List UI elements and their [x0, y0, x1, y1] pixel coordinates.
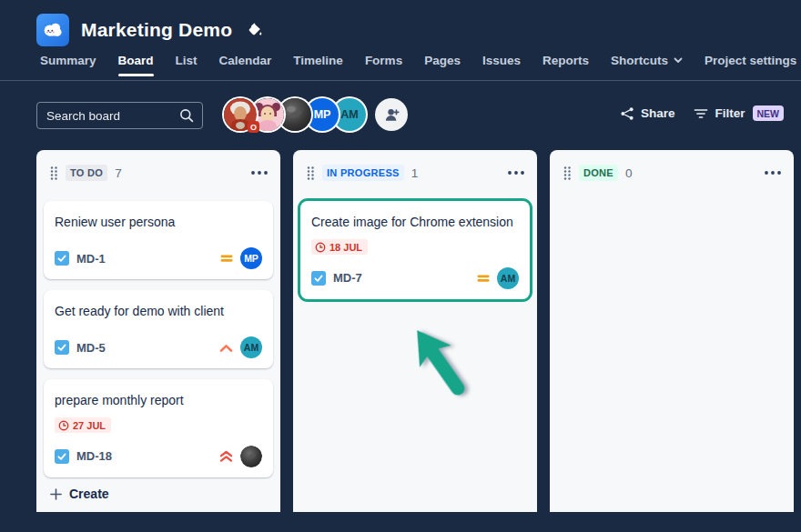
- filter-button[interactable]: Filter NEW: [694, 105, 784, 121]
- card-md-1[interactable]: Reniew user persona MD-1 MP: [44, 201, 273, 279]
- filter-icon: [694, 107, 708, 120]
- issue-key: MD-1: [76, 252, 106, 266]
- column-menu-button[interactable]: [763, 167, 783, 178]
- drag-handle-icon[interactable]: [563, 166, 572, 181]
- jira-board-app: Marketing Demo Summary Board List Calend…: [0, 0, 801, 532]
- card-title: Reniew user persona: [55, 213, 262, 231]
- column-done: DONE 0: [550, 150, 794, 512]
- due-date-badge: 27 JUL: [55, 417, 111, 433]
- search-input[interactable]: [37, 109, 179, 123]
- search-icon: [179, 108, 194, 123]
- issue-key: MD-7: [333, 271, 362, 285]
- assignee-avatar-am[interactable]: AM: [240, 336, 262, 358]
- column-menu-button[interactable]: [506, 167, 526, 178]
- tab-pages[interactable]: Pages: [424, 54, 461, 76]
- tabs-divider: [0, 80, 801, 81]
- assignee-avatar-mp[interactable]: MP: [240, 247, 262, 269]
- card-md-18[interactable]: prepare monthly report 27 JUL MD-18: [44, 379, 273, 477]
- task-checkbox-icon: [311, 271, 326, 286]
- cloud-smile-icon: [41, 18, 65, 42]
- tab-board[interactable]: Board: [118, 54, 154, 76]
- tab-reports[interactable]: Reports: [542, 54, 589, 76]
- column-name-badge: IN PROGRESS: [322, 165, 404, 181]
- more-menu-icon: [765, 171, 781, 175]
- column-name-badge: TO DO: [66, 165, 107, 181]
- tab-project-settings[interactable]: Project settings: [705, 54, 796, 76]
- card-title: prepare monthly report: [55, 391, 262, 409]
- column-count: 0: [625, 166, 633, 180]
- column-menu-button[interactable]: [249, 167, 269, 178]
- add-people-button[interactable]: [375, 98, 408, 131]
- more-menu-icon: [508, 171, 524, 175]
- tab-timeline[interactable]: Timeline: [293, 54, 343, 76]
- create-issue-button[interactable]: Create: [36, 479, 280, 512]
- priority-highest-icon: [219, 450, 233, 463]
- share-icon: [620, 106, 634, 121]
- clock-icon: [315, 242, 326, 253]
- column-in-progress-header: IN PROGRESS 1: [293, 150, 537, 192]
- tab-summary[interactable]: Summary: [40, 54, 96, 76]
- plus-icon: [50, 488, 62, 500]
- search-board-field: [36, 102, 203, 129]
- tab-shortcuts[interactable]: Shortcuts: [611, 54, 683, 76]
- column-todo-cards: Reniew user persona MD-1 MP Get ready fo…: [36, 192, 280, 477]
- priority-medium-icon: [477, 273, 490, 284]
- task-checkbox-icon: [55, 449, 69, 464]
- status-badge-o: O: [248, 121, 259, 133]
- card-title: Create image for Chrome extension: [311, 213, 519, 231]
- column-todo-header: TO DO 7: [36, 150, 280, 192]
- tab-calendar[interactable]: Calendar: [219, 54, 272, 76]
- due-date-badge: 18 JUL: [311, 239, 368, 255]
- avatar-user-1[interactable]: O: [224, 98, 257, 131]
- add-person-icon: [383, 106, 400, 124]
- issue-key: MD-5: [76, 341, 106, 355]
- card-md-7-highlighted[interactable]: Create image for Chrome extension 18 JUL…: [300, 201, 530, 299]
- tab-list[interactable]: List: [176, 54, 198, 76]
- tab-forms[interactable]: Forms: [365, 54, 402, 76]
- task-checkbox-icon: [55, 340, 69, 355]
- card-md-5[interactable]: Get ready for demo with client MD-5 AM: [44, 290, 273, 368]
- board-actions: Share Filter NEW: [620, 105, 784, 121]
- priority-high-icon: [219, 343, 233, 353]
- avatar-group: O: [224, 98, 408, 131]
- task-checkbox-icon: [55, 251, 69, 266]
- share-button[interactable]: Share: [620, 106, 675, 121]
- column-in-progress: IN PROGRESS 1 Create image for Chrome ex…: [293, 150, 537, 512]
- drag-handle-icon[interactable]: [306, 166, 315, 181]
- column-done-header: DONE 0: [550, 150, 794, 192]
- priority-medium-icon: [220, 253, 233, 264]
- project-header: Marketing Demo: [36, 14, 263, 46]
- more-menu-icon: [251, 171, 268, 175]
- card-title: Get ready for demo with client: [55, 302, 262, 320]
- column-name-badge: DONE: [579, 165, 618, 181]
- column-in-progress-cards: Create image for Chrome extension 18 JUL…: [293, 192, 537, 299]
- column-count: 7: [115, 166, 122, 180]
- tab-issues[interactable]: Issues: [482, 54, 521, 76]
- column-todo: TO DO 7 Reniew user persona MD-1: [36, 150, 280, 512]
- drag-handle-icon[interactable]: [49, 166, 58, 181]
- issue-key: MD-18: [76, 449, 112, 463]
- assignee-avatar-am[interactable]: AM: [497, 267, 519, 289]
- column-count: 1: [411, 166, 419, 180]
- assignee-avatar-photo[interactable]: [240, 446, 262, 467]
- project-avatar[interactable]: [36, 14, 69, 46]
- clock-icon: [58, 420, 69, 431]
- project-nav-tabs: Summary Board List Calendar Timeline For…: [40, 54, 796, 76]
- page-title: Marketing Demo: [81, 19, 232, 41]
- new-badge: NEW: [753, 105, 785, 121]
- chevron-down-icon: [674, 57, 683, 64]
- paint-bucket-icon[interactable]: [247, 22, 263, 38]
